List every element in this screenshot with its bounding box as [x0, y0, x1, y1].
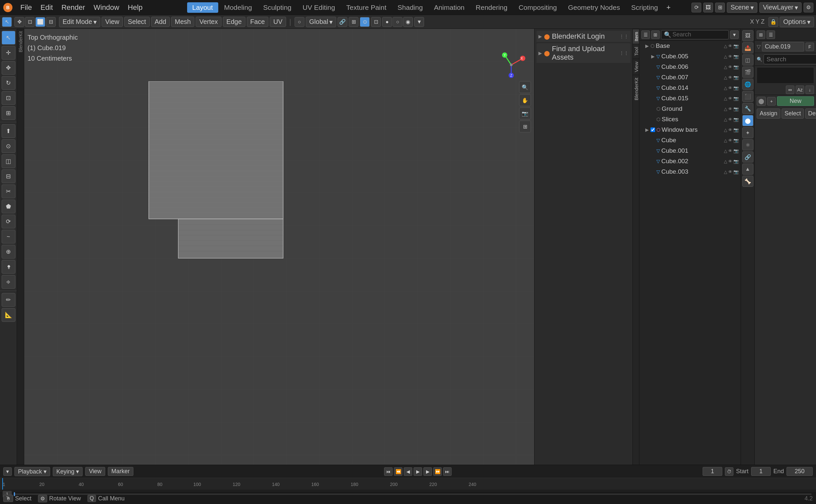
menu-render[interactable]: Render — [57, 2, 89, 13]
shading-wire-icon[interactable]: ○ — [393, 17, 402, 27]
inset-tool[interactable]: ⊙ — [2, 139, 15, 153]
restrict-icon[interactable]: △ — [724, 169, 727, 174]
render-icon[interactable]: 📷 — [733, 159, 739, 164]
timer-icon[interactable]: ⏱ — [725, 467, 733, 476]
vertex-btn[interactable]: Vertex — [196, 17, 222, 27]
props-view-icon[interactable]: ⊞ — [757, 30, 765, 39]
render-icon[interactable]: 📷 — [733, 117, 739, 122]
outliner-view-icon[interactable]: ☰ — [641, 30, 650, 39]
end-frame-input[interactable] — [787, 467, 813, 476]
hand-pan-icon[interactable]: ✋ — [519, 94, 531, 106]
scale-tool[interactable]: ⊡ — [2, 91, 15, 105]
mode-icon2[interactable]: ⊟ — [46, 17, 56, 27]
restrict-icon[interactable]: △ — [724, 96, 727, 101]
spin-tool[interactable]: ⟳ — [2, 215, 15, 228]
camera-view-icon[interactable]: 📷 — [519, 107, 531, 119]
start-frame-input[interactable] — [751, 467, 771, 476]
scene-dropdown[interactable]: Scene ▾ — [727, 2, 757, 13]
timeline-view-dropdown[interactable]: View — [85, 467, 105, 476]
outliner-item-cube014[interactable]: ▽ Cube.014 △ 👁 📷 — [639, 83, 741, 93]
add-btn[interactable]: Add — [151, 17, 170, 27]
outliner-item-cube005[interactable]: ▶ ▽ Cube.005 △ 👁 📷 — [639, 51, 741, 62]
sync-icon[interactable]: ⟳ — [691, 3, 701, 12]
loop-cut-tool[interactable]: ⊟ — [2, 169, 15, 183]
restrict-icon1[interactable]: △ — [724, 44, 727, 48]
object-props-icon[interactable]: ⬛ — [742, 91, 753, 102]
sort-down-icon[interactable]: ↓ — [806, 86, 814, 94]
menu-edit[interactable]: Edit — [36, 2, 57, 13]
step-forward-icon[interactable]: ▶ — [423, 467, 432, 476]
scene-props-icon[interactable]: 🎬 — [742, 67, 753, 78]
outliner-item-cube001[interactable]: ▽ Cube.001 △ 👁 📷 — [639, 145, 741, 156]
uv-btn[interactable]: UV — [270, 17, 286, 27]
particles-props-icon[interactable]: ✦ — [742, 127, 753, 138]
props-search-input[interactable] — [764, 54, 816, 64]
zoom-icon[interactable]: 🔍 — [519, 81, 531, 93]
gizmo-widget[interactable]: X Y Z — [495, 48, 528, 81]
bone-props-icon[interactable]: 🦴 — [742, 176, 753, 187]
new-material-btn[interactable]: New — [777, 96, 814, 106]
mesh-btn[interactable]: Mesh — [171, 17, 194, 27]
select-box-tool[interactable]: ↖ — [2, 31, 15, 45]
render-icon[interactable]: 📷 — [733, 75, 739, 80]
window-bars-checkbox[interactable] — [651, 127, 655, 132]
constraint-props-icon[interactable]: 🔗 — [742, 151, 753, 163]
physics-props-icon[interactable]: ⚛ — [742, 139, 753, 150]
render-props-icon[interactable]: 🖼 — [742, 30, 753, 41]
keying-dropdown[interactable]: Keying ▾ — [53, 467, 83, 476]
restrict-icon[interactable]: △ — [724, 159, 727, 164]
outliner-mode-icon[interactable]: ⊞ — [651, 30, 660, 39]
eye-icon[interactable]: 👁 — [728, 159, 732, 164]
marker-dropdown[interactable]: Marker — [108, 467, 133, 476]
move-tool[interactable]: ✥ — [2, 61, 15, 75]
outliner-item-slices[interactable]: ⬡ Slices △ 👁 📷 — [639, 114, 741, 125]
outliner-item-ground[interactable]: ⬡ Ground △ 👁 📷 — [639, 104, 741, 114]
blenderkit-login-header[interactable]: ▶ ⬤ BlenderKit Login ⋮⋮ — [536, 31, 631, 42]
output-props-icon[interactable]: 📤 — [742, 42, 753, 53]
render-icon[interactable]: 📷 — [733, 107, 739, 111]
data-props-icon[interactable]: ▲ — [742, 164, 753, 175]
move-icon[interactable]: ✥ — [14, 17, 24, 27]
outliner-item-cube[interactable]: ▽ Cube △ 👁 📷 — [639, 135, 741, 145]
modifier-props-icon[interactable]: 🔧 — [742, 103, 753, 114]
restrict-icon[interactable]: △ — [724, 127, 727, 132]
fullscreen-icon[interactable]: ⊞ — [715, 3, 725, 12]
prev-keyframe-icon[interactable]: ⏪ — [394, 467, 402, 476]
scale-icon[interactable]: ⊡ — [25, 17, 35, 27]
new-material-icon[interactable]: + — [767, 97, 776, 106]
render-icon[interactable]: 📷 — [733, 44, 739, 48]
render-icon[interactable]: 📷 — [733, 127, 739, 132]
restrict-icon[interactable]: △ — [724, 75, 727, 80]
jump-end-icon[interactable]: ⏭ — [443, 467, 452, 476]
render-icon[interactable]: 📷 — [733, 86, 739, 90]
n-tab-tool[interactable]: Tool — [633, 44, 639, 59]
props-mode-icon[interactable]: ☰ — [767, 30, 775, 39]
extrude-tool[interactable]: ⬆ — [2, 124, 15, 138]
n-tab-item[interactable]: Item — [633, 29, 639, 44]
play-icon[interactable]: ▶ — [414, 467, 422, 476]
world-props-icon[interactable]: 🌐 — [742, 79, 753, 90]
shading-render-icon[interactable]: ◉ — [403, 17, 413, 27]
eye-icon[interactable]: 👁 — [728, 148, 732, 153]
eye-icon[interactable]: 👁 — [728, 75, 732, 80]
3d-viewport[interactable]: Top Orthographic (1) Cube.019 10 Centime… — [24, 29, 534, 465]
restrict-icon[interactable]: △ — [724, 54, 727, 59]
render-icon[interactable]: 📷 — [733, 169, 739, 174]
view-layer-props-icon[interactable]: ◫ — [742, 54, 753, 66]
assign-btn[interactable]: Assign — [757, 108, 780, 119]
eye-icon[interactable]: 👁 — [728, 54, 732, 59]
face-btn[interactable]: Face — [247, 17, 268, 27]
frame-slider-track[interactable] — [14, 494, 811, 495]
shading-solid-icon[interactable]: ● — [382, 17, 392, 27]
tab-sculpting[interactable]: Sculpting — [258, 2, 297, 13]
outliner-item-cube007[interactable]: ▽ Cube.007 △ 👁 📷 — [639, 72, 741, 83]
current-frame-input[interactable] — [703, 467, 722, 476]
restrict-icon[interactable]: △ — [724, 107, 727, 111]
tab-compositing[interactable]: Compositing — [513, 2, 562, 13]
settings-icon[interactable]: ⚙ — [804, 3, 813, 12]
render-icon[interactable]: 📷 — [733, 96, 739, 101]
wireframe-icon[interactable]: ⊡ — [371, 17, 381, 27]
eye-icon[interactable]: 👁 — [728, 107, 732, 111]
eye-icon[interactable]: 👁 — [728, 44, 732, 48]
eye-icon[interactable]: 👁 — [728, 169, 732, 174]
